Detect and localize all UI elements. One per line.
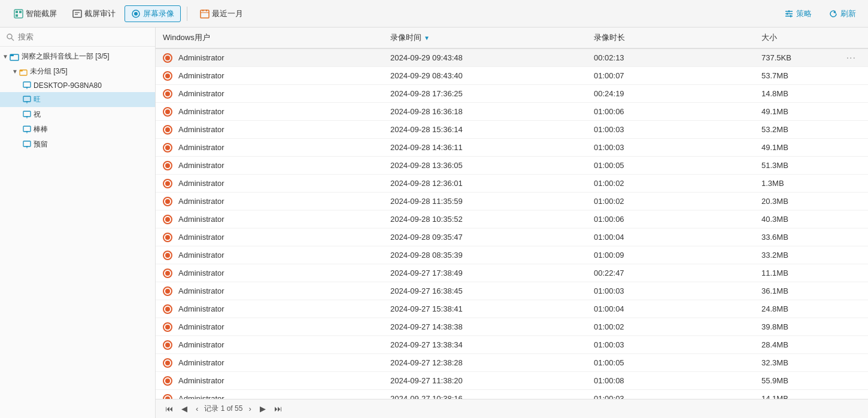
table-row[interactable]: Administrator 2024-09-27 15:38:41 01:00:… bbox=[156, 300, 868, 318]
rec-status-icon bbox=[163, 340, 172, 350]
page-first-btn[interactable]: ⏮ bbox=[163, 403, 175, 414]
table-row[interactable]: Administrator 2024-09-27 11:38:20 01:00:… bbox=[156, 372, 868, 390]
cell-size: 53.2MB bbox=[754, 125, 868, 134]
cell-duration: 01:00:05 bbox=[587, 358, 754, 367]
cell-duration: 01:00:06 bbox=[587, 215, 754, 224]
tree-item-zhu[interactable]: 祝 bbox=[0, 107, 155, 122]
tree-toggle-root[interactable]: ▼ bbox=[2, 53, 8, 60]
tree-label-yuliu: 预留 bbox=[34, 139, 48, 149]
rec-status-icon bbox=[163, 286, 172, 296]
table-row[interactable]: Administrator 2024-09-28 12:36:01 01:00:… bbox=[156, 175, 868, 193]
col-header-size[interactable]: 大小 bbox=[754, 32, 868, 43]
tree-item-root[interactable]: ▼ 洞察之眼抖音线上一部 [3/5] bbox=[0, 49, 155, 64]
page-next-btn[interactable]: › bbox=[246, 403, 253, 414]
tree-item-bangbang[interactable]: 棒棒 bbox=[0, 122, 155, 137]
table-row[interactable]: Administrator 2024-09-27 13:38:34 01:00:… bbox=[156, 336, 868, 354]
cell-win-user: Administrator bbox=[156, 197, 383, 206]
table-row[interactable]: Administrator 2024-09-28 11:35:59 01:00:… bbox=[156, 193, 868, 210]
strategy-btn[interactable]: 策略 bbox=[779, 6, 817, 22]
cell-user-text: Administrator bbox=[178, 143, 224, 152]
cell-win-user: Administrator bbox=[156, 304, 383, 314]
screen-recording-btn[interactable]: 屏幕录像 bbox=[125, 5, 181, 22]
rec-status-icon bbox=[163, 89, 172, 99]
cell-duration: 01:00:02 bbox=[587, 322, 754, 331]
more-btn[interactable]: ··· bbox=[842, 53, 861, 63]
table-row[interactable]: Administrator 2024-09-28 09:35:47 01:00:… bbox=[156, 228, 868, 246]
cell-user-text: Administrator bbox=[178, 340, 224, 349]
tree-toggle-ungroup[interactable]: ▼ bbox=[12, 68, 18, 75]
monitor-icon-bangbang bbox=[23, 126, 31, 134]
cell-duration: 01:00:03 bbox=[587, 143, 754, 152]
rec-status-icon bbox=[163, 71, 172, 81]
monitor-icon-desktop bbox=[23, 81, 31, 90]
cell-size: 33.6MB bbox=[754, 233, 868, 242]
page-last-btn[interactable]: ⏭ bbox=[272, 403, 284, 414]
cell-user-text: Administrator bbox=[178, 286, 224, 295]
cell-user-text: Administrator bbox=[178, 53, 224, 62]
cell-win-user: Administrator bbox=[156, 71, 383, 81]
refresh-icon bbox=[828, 9, 838, 19]
table-row[interactable]: Administrator 2024-09-29 09:43:48 00:02:… bbox=[156, 49, 868, 67]
cell-rec-time: 2024-09-27 12:38:28 bbox=[383, 358, 587, 367]
group-icon bbox=[10, 52, 19, 62]
refresh-btn[interactable]: 刷新 bbox=[824, 6, 861, 22]
tree-label-wang: 旺 bbox=[34, 94, 41, 105]
table-row[interactable]: Administrator 2024-09-28 10:35:52 01:00:… bbox=[156, 210, 868, 228]
cell-size: 55.9MB bbox=[754, 376, 868, 385]
cell-size: 28.4MB bbox=[754, 340, 868, 349]
footer-info: 记录 1 of 55 bbox=[204, 404, 242, 414]
tree-item-wang[interactable]: 旺 bbox=[0, 92, 155, 107]
table-row[interactable]: Administrator 2024-09-28 16:36:18 01:00:… bbox=[156, 103, 868, 121]
screenshot-audit-btn[interactable]: 截屏审计 bbox=[66, 5, 122, 22]
col-header-win-user[interactable]: Windows用户 bbox=[156, 32, 383, 43]
col-header-rec-time[interactable]: 录像时间 ▼ bbox=[383, 32, 587, 43]
cell-user-text: Administrator bbox=[178, 197, 224, 206]
recent-month-btn[interactable]: 最近一月 bbox=[193, 5, 250, 22]
svg-rect-22 bbox=[10, 54, 14, 56]
tree-item-ungroup[interactable]: ▼ 未分组 [3/5] bbox=[0, 64, 155, 79]
svg-rect-31 bbox=[23, 111, 31, 117]
table-row[interactable]: Administrator 2024-09-27 12:38:28 01:00:… bbox=[156, 354, 868, 372]
table-row[interactable]: Administrator 2024-09-28 13:36:05 01:00:… bbox=[156, 157, 868, 175]
tree-item-yuliu[interactable]: 预留 bbox=[0, 137, 155, 152]
cell-user-text: Administrator bbox=[178, 269, 224, 277]
cell-rec-time: 2024-09-28 17:36:25 bbox=[383, 89, 587, 98]
cell-duration: 01:00:02 bbox=[587, 197, 754, 206]
cell-size: 24.8MB bbox=[754, 304, 868, 313]
cell-duration: 01:00:03 bbox=[587, 340, 754, 349]
col-header-duration[interactable]: 录像时长 bbox=[587, 32, 754, 43]
rec-status-icon bbox=[163, 197, 172, 206]
table-row[interactable]: Administrator 2024-09-28 15:36:14 01:00:… bbox=[156, 121, 868, 139]
cell-win-user: Administrator bbox=[156, 340, 383, 350]
page-next-next-btn[interactable]: ▶ bbox=[257, 403, 268, 414]
tree-item-desktop[interactable]: DESKTOP-9G8NA80 bbox=[0, 79, 155, 92]
search-input[interactable] bbox=[18, 32, 149, 41]
table-row[interactable]: Administrator 2024-09-27 17:38:49 00:22:… bbox=[156, 264, 868, 282]
smart-screenshot-btn[interactable]: 智能截屏 bbox=[7, 5, 63, 22]
table-row[interactable]: Administrator 2024-09-28 08:35:39 01:00:… bbox=[156, 246, 868, 264]
cell-win-user: Administrator bbox=[156, 143, 383, 152]
cell-win-user: Administrator bbox=[156, 125, 383, 135]
cell-duration: 01:00:02 bbox=[587, 179, 754, 188]
table-row[interactable]: Administrator 2024-09-27 14:38:38 01:00:… bbox=[156, 318, 868, 336]
table-row[interactable]: Administrator 2024-09-28 17:36:25 00:24:… bbox=[156, 85, 868, 103]
table-row[interactable]: Administrator 2024-09-28 14:36:11 01:00:… bbox=[156, 139, 868, 157]
cell-rec-time: 2024-09-28 08:35:39 bbox=[383, 251, 587, 260]
cell-user-text: Administrator bbox=[178, 304, 224, 313]
tree-label-ungroup: 未分组 [3/5] bbox=[30, 66, 68, 77]
rec-status-icon bbox=[163, 161, 172, 170]
rec-status-icon bbox=[163, 304, 172, 314]
page-prev-btn[interactable]: ‹ bbox=[193, 403, 201, 414]
tree-label-bangbang: 棒棒 bbox=[34, 124, 48, 135]
page-prev-prev-btn[interactable]: ◀ bbox=[179, 403, 190, 414]
table-row[interactable]: Administrator 2024-09-27 10:38:16 01:00:… bbox=[156, 390, 868, 399]
svg-rect-2 bbox=[19, 11, 22, 13]
monitor-icon-yuliu bbox=[23, 141, 31, 149]
cell-duration: 01:00:06 bbox=[587, 107, 754, 116]
table-row[interactable]: Administrator 2024-09-29 08:43:40 01:00:… bbox=[156, 67, 868, 85]
cell-win-user: Administrator bbox=[156, 322, 383, 332]
svg-rect-25 bbox=[23, 82, 31, 87]
table-row[interactable]: Administrator 2024-09-27 16:38:45 01:00:… bbox=[156, 282, 868, 300]
cell-rec-time: 2024-09-28 11:35:59 bbox=[383, 197, 587, 206]
cell-rec-time: 2024-09-27 14:38:38 bbox=[383, 322, 587, 331]
